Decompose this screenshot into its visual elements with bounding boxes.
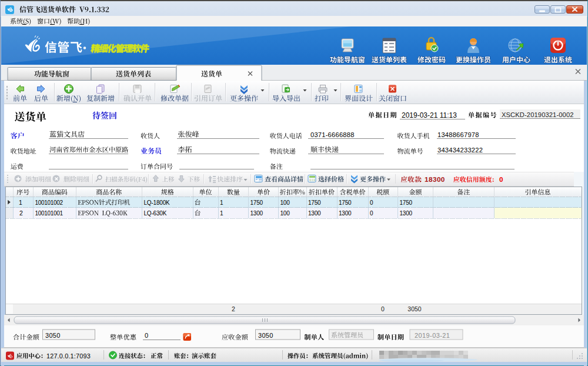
- svg-text:343434233222: 343434233222: [437, 147, 483, 154]
- svg-text:1300: 1300: [308, 210, 321, 217]
- svg-text:1300: 1300: [339, 210, 352, 217]
- svg-text:1300: 1300: [250, 210, 263, 217]
- svg-text:100: 100: [280, 210, 290, 217]
- svg-text:3050: 3050: [258, 332, 273, 339]
- svg-text:100101001: 100101001: [35, 210, 64, 217]
- svg-text:3050: 3050: [407, 305, 422, 312]
- svg-text:0371-6666888: 0371-6666888: [310, 131, 355, 138]
- svg-text:1750: 1750: [339, 199, 352, 206]
- svg-text:1: 1: [220, 210, 223, 217]
- svg-text:100101002: 100101002: [35, 199, 64, 206]
- svg-text:1750: 1750: [250, 199, 263, 206]
- svg-text:3050: 3050: [45, 332, 61, 339]
- svg-text:0: 0: [381, 305, 385, 312]
- svg-text:2: 2: [19, 209, 23, 217]
- svg-text:1750: 1750: [400, 199, 413, 206]
- svg-text:XSCKD-20190321-0002: XSCKD-20190321-0002: [502, 111, 574, 118]
- svg-text:0: 0: [499, 175, 503, 184]
- svg-text:2019-03-21 11:13: 2019-03-21 11:13: [402, 111, 457, 119]
- svg-text:2: 2: [232, 305, 235, 312]
- svg-text:1: 1: [220, 199, 223, 206]
- svg-text:18300: 18300: [425, 175, 445, 184]
- svg-text:127.0.0.1:7093: 127.0.0.1:7093: [46, 352, 91, 360]
- svg-text:2019-03-21: 2019-03-21: [415, 332, 450, 339]
- svg-text:1300: 1300: [400, 210, 413, 217]
- svg-text:0: 0: [370, 210, 373, 217]
- svg-text:0: 0: [370, 199, 373, 206]
- svg-text:100: 100: [280, 199, 290, 206]
- svg-text:13488667978: 13488667978: [437, 131, 479, 138]
- svg-text:0: 0: [145, 332, 148, 339]
- svg-text:1750: 1750: [308, 199, 321, 206]
- svg-text:1: 1: [19, 199, 22, 206]
- svg-text:LQ-1800K: LQ-1800K: [144, 199, 171, 206]
- svg-text:LQ-630K: LQ-630K: [144, 210, 167, 217]
